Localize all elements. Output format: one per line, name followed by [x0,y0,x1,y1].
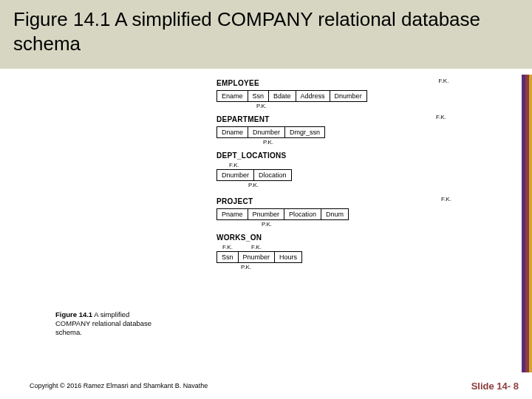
side-stripe [522,75,532,372]
copyright: Copyright © 2016 Ramez Elmasri and Shamk… [30,382,208,389]
title-band: Figure 14.1 A simplified COMPANY relatio… [0,0,532,69]
attr-cell: Bdate [268,90,296,102]
slide: Figure 14.1 A simplified COMPANY relatio… [0,0,532,399]
attr-cell: Dlocation [253,169,292,181]
page-title: Figure 14.1 A simplified COMPANY relatio… [13,7,519,55]
relation-name: EMPLOYEE [216,79,427,87]
caption-fig-num: Figure 14.1 [55,310,92,318]
relation-employee: EMPLOYEE F.K. Ename Ssn Bdate Address Dn… [216,78,460,109]
fk-label: F.K. [216,244,239,250]
relation-works-on: WORKS_ON F.K. F.K. Ssn Pnumber Hours P.K… [216,233,460,270]
attr-cell: Ename [216,90,248,102]
attr-cell: Dmgr_ssn [284,126,325,138]
relation-name: PROJECT [216,197,432,205]
pk-label: P.K. [239,182,268,188]
attr-cell: Ssn [216,251,239,263]
attr-cell: Dname [216,126,248,138]
attr-cell: Ssn [248,90,270,102]
relation-project: PROJECT F.K. Pname Pnumber Plocation Dnu… [216,196,460,228]
pk-label: P.K. [250,103,273,109]
pk-label: P.K. [231,264,261,270]
attr-cell: Address [296,90,330,102]
pk-label: P.K. [249,221,284,228]
fk-label: F.K. [422,114,460,126]
slide-number: Slide 14- 8 [471,381,519,392]
attr-cell: Pname [216,208,248,220]
schema: EMPLOYEE F.K. Ename Ssn Bdate Address Dn… [216,78,460,275]
attr-cell: Pnumber [238,251,276,263]
attr-cell: Plocation [284,208,321,220]
attr-cell: Hours [274,251,302,263]
pk-label: P.K. [250,139,286,146]
relation-name: DEPT_LOCATIONS [216,151,460,160]
attr-cell: Dnum [321,208,349,220]
fk-label: F.K. [432,196,460,208]
relation-department: DEPARTMENT F.K. Dname Dnumber Dmgr_ssn P… [216,114,460,146]
footer: Copyright © 2016 Ramez Elmasri and Shamk… [0,372,532,399]
attr-cell: Dnumber [330,90,367,102]
attr-cell: Dnumber [216,169,254,181]
relation-dept-locations: DEPT_LOCATIONS F.K. Dnumber Dlocation P.… [216,151,460,188]
fk-label: F.K. [239,244,274,250]
attr-cell: Pnumber [248,208,285,220]
relation-name: DEPARTMENT [216,115,422,123]
relation-name: WORKS_ON [216,233,460,242]
figure-caption: Figure 14.1 A simplified COMPANY relatio… [55,310,159,337]
attr-cell: Dnumber [248,126,285,138]
fk-label: F.K. [216,162,252,168]
diagram-area: EMPLOYEE F.K. Ename Ssn Bdate Address Dn… [0,78,532,369]
fk-label: F.K. [427,78,460,89]
